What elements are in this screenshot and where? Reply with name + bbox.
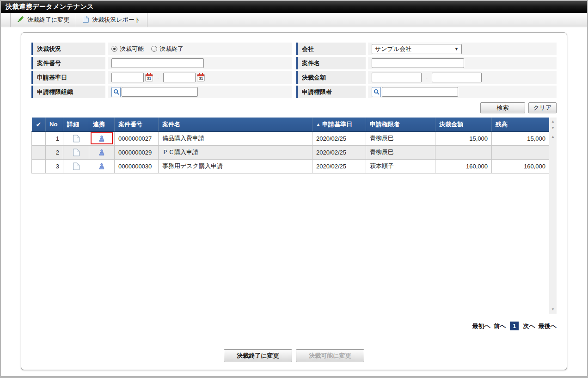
- row-select-cell[interactable]: [32, 145, 46, 159]
- search-lookup-button[interactable]: [372, 87, 381, 97]
- row-case-number: 0000000029: [115, 145, 159, 159]
- toolbar-change-to-finished-button[interactable]: 決裁終了に変更: [11, 13, 76, 27]
- table-row: 2 0000000029 ＰＣ購入申請 2020/02/25 青柳辰: [32, 145, 550, 159]
- column-header-case-name[interactable]: 案件名: [159, 118, 312, 131]
- column-header-detail[interactable]: 詳細: [63, 118, 89, 131]
- row-base-date: 2020/02/25: [312, 159, 366, 173]
- scroll-down-icon[interactable]: ▼: [549, 126, 557, 130]
- scroll-down-icon[interactable]: ▼: [549, 308, 557, 311]
- table-scrollbar[interactable]: ▲ ▼ ▲ ▼: [549, 118, 557, 314]
- link-person-icon[interactable]: [89, 132, 114, 145]
- search-form: 決裁状況 決裁可能 決裁終了 会社 サンプル会社 ▼: [31, 43, 557, 100]
- amount-field: -: [368, 71, 557, 84]
- change-to-finished-button[interactable]: 決裁終了に変更: [224, 349, 292, 362]
- amount-label: 決裁金額: [296, 71, 366, 84]
- authority-person-input[interactable]: [382, 87, 458, 97]
- pagination-current-page[interactable]: 1: [510, 322, 519, 330]
- authority-org-field: [108, 86, 292, 98]
- case-number-input[interactable]: [111, 58, 204, 68]
- column-header-authority[interactable]: 申請権限者: [366, 118, 435, 131]
- content-panel: 決裁状況 決裁可能 決裁終了 会社 サンプル会社 ▼: [21, 32, 567, 370]
- select-all-header[interactable]: ✔: [32, 118, 46, 131]
- pagination-last[interactable]: 最後へ: [538, 322, 557, 330]
- link-cell: [89, 145, 115, 159]
- detail-cell: [63, 145, 89, 159]
- toolbar-status-report-button[interactable]: 決裁状況レポート: [76, 13, 147, 27]
- results-table: ✔ No 詳細 連携 案件番号 案件名 ▲申請基準日 申請権限者 決裁金額 残高: [31, 118, 550, 174]
- authority-org-input[interactable]: [122, 87, 198, 97]
- scroll-up-icon[interactable]: ▲: [549, 120, 557, 124]
- change-to-available-button: 決裁可能に変更: [296, 349, 364, 362]
- base-date-label: 申請基準日: [31, 71, 105, 84]
- search-lookup-button[interactable]: [111, 87, 121, 97]
- detail-document-icon[interactable]: [63, 132, 89, 145]
- page-title: 決裁連携データメンテナンス: [6, 3, 94, 11]
- pagination-prev[interactable]: 前へ: [493, 322, 507, 330]
- table-row: 3 0000000030 事務用デスク購入申請 2020/02/25: [32, 159, 550, 173]
- row-case-name: ＰＣ購入申請: [159, 145, 312, 159]
- pagination-first[interactable]: 最初へ: [472, 322, 491, 330]
- authority-person-field: [368, 86, 557, 98]
- scroll-up-icon[interactable]: ▲: [549, 135, 557, 139]
- row-authority: 萩本順子: [366, 159, 435, 173]
- column-header-no[interactable]: No: [46, 118, 63, 131]
- link-person-icon[interactable]: [89, 146, 114, 159]
- magnifier-icon: [113, 89, 119, 95]
- search-button[interactable]: 検索: [480, 102, 525, 113]
- company-field: サンプル会社 ▼: [368, 43, 557, 55]
- column-header-amount[interactable]: 決裁金額: [435, 118, 492, 131]
- column-header-balance[interactable]: 残高: [492, 118, 550, 131]
- detail-cell: [63, 159, 89, 173]
- column-header-case-number[interactable]: 案件番号: [115, 118, 159, 131]
- link-cell: [89, 159, 115, 173]
- radio-approval-finished[interactable]: 決裁終了: [151, 45, 184, 53]
- row-authority: 青柳辰巳: [366, 131, 435, 145]
- company-selected-value: サンプル会社: [375, 45, 411, 53]
- amount-range-separator: -: [426, 74, 428, 81]
- app-window: 決裁連携データメンテナンス 決裁終了に変更 決裁状況レポート 決裁状況: [0, 0, 588, 378]
- base-date-to-input[interactable]: [163, 73, 196, 82]
- row-case-name: 事務用デスク購入申請: [159, 159, 312, 173]
- radio-approval-available[interactable]: 決裁可能: [111, 45, 144, 53]
- authority-person-label: 申請権限者: [296, 86, 366, 98]
- company-label: 会社: [296, 43, 366, 55]
- link-person-icon[interactable]: [89, 160, 114, 173]
- row-select-cell[interactable]: [32, 131, 46, 145]
- case-name-field: [368, 57, 557, 69]
- company-select[interactable]: サンプル会社 ▼: [372, 44, 462, 54]
- column-header-base-date[interactable]: ▲申請基準日: [312, 118, 366, 131]
- row-balance: 15,000: [492, 131, 550, 145]
- pagination-next[interactable]: 次へ: [522, 322, 536, 330]
- row-amount: [435, 145, 492, 159]
- pencil-icon: [17, 16, 24, 24]
- clear-button[interactable]: クリア: [528, 102, 557, 113]
- toolbar-button-label: 決裁状況レポート: [92, 16, 141, 24]
- row-case-number: 0000000027: [115, 131, 159, 145]
- title-bar: 決裁連携データメンテナンス: [1, 1, 587, 13]
- document-icon: [83, 16, 89, 24]
- footer-actions: 決裁終了に変更 決裁可能に変更: [21, 349, 567, 362]
- row-case-name: 備品購入費申請: [159, 131, 312, 145]
- approval-status-field: 決裁可能 決裁終了: [108, 43, 292, 55]
- row-no: 3: [46, 159, 63, 173]
- calendar-icon[interactable]: 31: [145, 74, 153, 81]
- table-row: 1 0000000027 備品購入費申請 2020/02/: [32, 131, 550, 145]
- row-case-number: 0000000030: [115, 159, 159, 173]
- case-name-input[interactable]: [372, 58, 464, 68]
- row-amount: 160,000: [435, 159, 492, 173]
- radio-unselected-icon: [151, 46, 157, 52]
- row-select-cell[interactable]: [32, 159, 46, 173]
- chevron-down-icon: ▼: [454, 47, 459, 51]
- row-balance: 160,000: [492, 159, 550, 173]
- row-no: 2: [46, 145, 63, 159]
- calendar-icon[interactable]: 31: [197, 74, 205, 81]
- amount-to-input[interactable]: [432, 73, 482, 82]
- pagination: 最初へ 前へ 1 次へ 最後へ: [472, 322, 557, 330]
- base-date-from-input[interactable]: [111, 73, 144, 82]
- detail-document-icon[interactable]: [63, 160, 89, 173]
- amount-from-input[interactable]: [372, 73, 422, 82]
- date-range-separator: -: [157, 74, 159, 81]
- case-number-label: 案件番号: [31, 57, 105, 69]
- detail-document-icon[interactable]: [63, 146, 89, 159]
- column-header-link[interactable]: 連携: [89, 118, 115, 131]
